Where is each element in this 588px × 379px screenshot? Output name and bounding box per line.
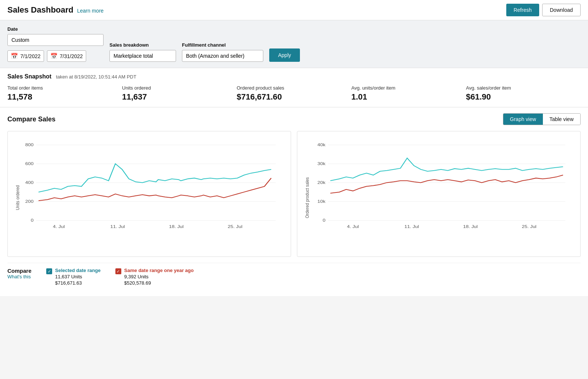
metric-value: $61.90: [466, 92, 573, 102]
selected-range-checkbox[interactable]: ✓: [46, 268, 52, 274]
top-bar: Sales Dashboard Learn more Refresh Downl…: [0, 0, 588, 20]
metric-value: $716,671.60: [237, 92, 344, 102]
compare-label-area: Compare What's this: [7, 268, 31, 279]
svg-text:200: 200: [25, 199, 34, 204]
svg-text:0: 0: [322, 218, 325, 223]
whats-this-link[interactable]: What's this: [7, 274, 31, 279]
metric-label: Units ordered: [122, 85, 229, 91]
date-start-value: 7/1/2022: [20, 53, 41, 59]
sales-chart-container: Ordered product sales 40k 30k 20k 10k 0 …: [297, 131, 581, 257]
download-button[interactable]: Download: [542, 4, 581, 16]
svg-text:600: 600: [25, 162, 34, 167]
checkmark-icon: ✓: [48, 269, 51, 274]
prior-year-label: Same date range one year ago: [124, 268, 194, 273]
fulfillment-select[interactable]: Both (Amazon and seller) Amazon Seller: [182, 50, 263, 62]
prior-year-text: Same date range one year ago 9,392 Units…: [124, 268, 194, 286]
snapshot-section: Sales Snapshot taken at 8/19/2022, 10:51…: [0, 68, 588, 107]
date-end-wrap: 📅 7/31/2022: [47, 50, 86, 62]
svg-text:25. Jul: 25. Jul: [522, 224, 537, 229]
learn-more-link[interactable]: Learn more: [77, 8, 104, 14]
prior-year-checkbox[interactable]: ✓: [115, 268, 121, 274]
date-start-wrap: 📅 7/1/2022: [7, 50, 44, 62]
sales-breakdown-group: Sales breakdown Marketplace total By ASI…: [109, 42, 176, 62]
selected-range-label: Selected date range: [55, 268, 101, 273]
fulfillment-group: Fulfillment channel Both (Amazon and sel…: [182, 42, 263, 62]
metric-value: 1.01: [351, 92, 459, 102]
fulfillment-label: Fulfillment channel: [182, 42, 263, 48]
date-filter-group: Date Custom Today Yesterday Last 7 days …: [7, 26, 104, 62]
compare-header: Compare Sales Graph view Table view: [7, 113, 581, 125]
svg-text:4. Jul: 4. Jul: [53, 224, 65, 229]
metric-label: Total order items: [7, 85, 115, 91]
sales-breakdown-select[interactable]: Marketplace total By ASIN By SKU: [109, 50, 176, 62]
date-select[interactable]: Custom Today Yesterday Last 7 days Last …: [7, 34, 104, 46]
svg-text:18. Jul: 18. Jul: [169, 224, 184, 229]
sales-breakdown-label: Sales breakdown: [109, 42, 176, 48]
compare-label: Compare: [7, 268, 31, 274]
prior-year-sales: $520,578.69: [124, 280, 194, 286]
page-title: Sales Dashboard: [7, 5, 74, 15]
metric-value: 11,637: [122, 92, 229, 102]
svg-text:Ordered product sales: Ordered product sales: [304, 177, 310, 218]
svg-text:18. Jul: 18. Jul: [463, 224, 478, 229]
metric-item: Avg. units/order item1.01: [351, 85, 466, 102]
charts-row: Units ordered 800 600 400 200 0 4. Jul 1…: [7, 131, 581, 257]
svg-text:11. Jul: 11. Jul: [404, 224, 419, 229]
calendar-start-icon: 📅: [11, 53, 18, 60]
metric-item: Avg. sales/order item$61.90: [466, 85, 581, 102]
units-chart-svg: Units ordered 800 600 400 200 0 4. Jul 1…: [14, 137, 285, 251]
metric-label: Avg. units/order item: [351, 85, 459, 91]
selected-range-text: Selected date range 11,637 Units $716,67…: [55, 268, 101, 286]
metric-item: Ordered product sales$716,671.60: [237, 85, 351, 102]
svg-text:400: 400: [25, 181, 34, 185]
compare-title: Compare Sales: [7, 115, 55, 123]
compare-legend: Compare What's this ✓ Selected date rang…: [7, 263, 581, 290]
snapshot-header: Sales Snapshot taken at 8/19/2022, 10:51…: [7, 73, 581, 80]
filter-bar: Date Custom Today Yesterday Last 7 days …: [0, 20, 588, 68]
filter-row: Date Custom Today Yesterday Last 7 days …: [7, 26, 581, 62]
refresh-button[interactable]: Refresh: [506, 4, 539, 16]
top-actions: Refresh Download: [506, 4, 581, 16]
svg-text:800: 800: [25, 143, 34, 148]
date-end-value: 7/31/2022: [60, 53, 83, 59]
date-label: Date: [7, 26, 104, 32]
metric-label: Ordered product sales: [237, 85, 344, 91]
title-area: Sales Dashboard Learn more: [7, 5, 104, 15]
svg-text:10k: 10k: [317, 199, 326, 204]
apply-button[interactable]: Apply: [269, 48, 300, 62]
calendar-end-icon: 📅: [50, 53, 58, 60]
selected-range-sales: $716,671.63: [55, 280, 101, 286]
legend-prior-year: ✓ Same date range one year ago 9,392 Uni…: [115, 268, 194, 286]
selected-range-units: 11,637 Units: [55, 274, 101, 279]
svg-text:11. Jul: 11. Jul: [110, 224, 125, 229]
metric-item: Total order items11,578: [7, 85, 122, 102]
svg-text:40k: 40k: [317, 143, 326, 148]
date-inputs: 📅 7/1/2022 📅 7/31/2022: [7, 50, 104, 62]
legend-selected-range: ✓ Selected date range 11,637 Units $716,…: [46, 268, 101, 286]
metric-item: Units ordered11,637: [122, 85, 237, 102]
svg-text:Units ordered: Units ordered: [15, 185, 20, 210]
table-view-button[interactable]: Table view: [543, 114, 580, 125]
svg-text:0: 0: [31, 218, 34, 223]
graph-view-button[interactable]: Graph view: [503, 114, 543, 125]
sales-chart-svg: Ordered product sales 40k 30k 20k 10k 0 …: [303, 137, 574, 251]
snapshot-metrics: Total order items11,578Units ordered11,6…: [7, 85, 581, 102]
metric-label: Avg. sales/order item: [466, 85, 573, 91]
snapshot-title: Sales Snapshot: [7, 73, 51, 80]
svg-text:4. Jul: 4. Jul: [347, 224, 359, 229]
svg-text:25. Jul: 25. Jul: [228, 224, 243, 229]
view-toggle: Graph view Table view: [503, 113, 581, 125]
prior-year-units: 9,392 Units: [124, 274, 194, 279]
units-chart-container: Units ordered 800 600 400 200 0 4. Jul 1…: [7, 131, 291, 257]
svg-text:30k: 30k: [317, 162, 326, 167]
metric-value: 11,578: [7, 92, 115, 102]
snapshot-timestamp: taken at 8/19/2022, 10:51:44 AM PDT: [56, 74, 136, 80]
checkmark-red-icon: ✓: [116, 269, 120, 274]
svg-text:20k: 20k: [317, 181, 326, 185]
compare-section: Compare Sales Graph view Table view Unit…: [0, 107, 588, 296]
